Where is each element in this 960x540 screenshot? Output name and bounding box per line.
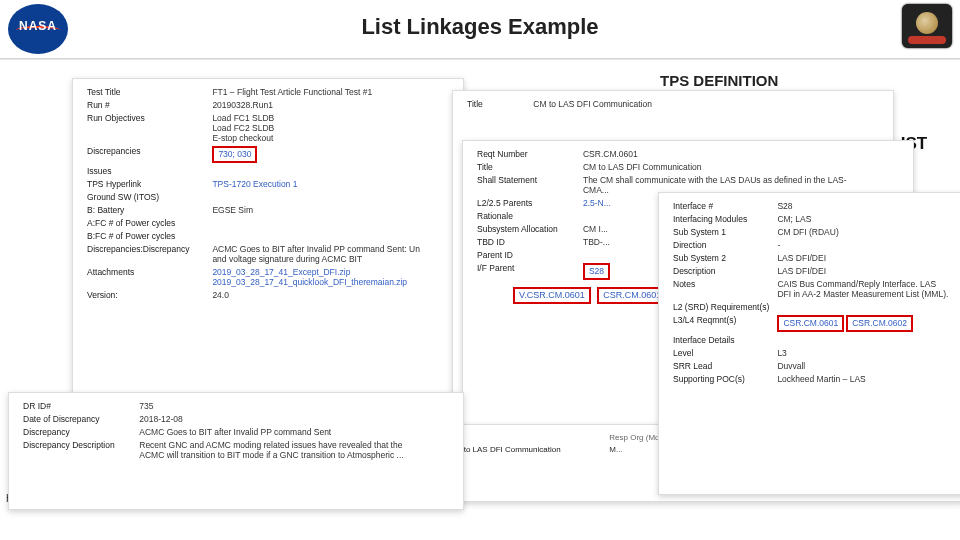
field-label: L3/L4 Reqmnt(s): [669, 313, 773, 333]
field-label: Discrepancy: [19, 425, 135, 438]
field-value: CSR.CM.0601: [579, 147, 903, 160]
field-value: -: [773, 238, 954, 251]
field-label: Description: [669, 264, 773, 277]
field-label: Discrepancies: [83, 144, 208, 164]
panel-discrepancy-list: DR ID#735Date of Discrepancy2018-12-08Di…: [8, 392, 464, 510]
field-value: LAS DFI/DEI: [773, 264, 954, 277]
field-value: ACMC Goes to BIT after Invalid PP comman…: [135, 425, 453, 438]
field-label: Interfacing Modules: [669, 212, 773, 225]
field-label: Version:: [83, 288, 208, 301]
field-value: [773, 333, 954, 346]
discrepancy-link[interactable]: 730; 030: [212, 146, 257, 163]
field-label: Ground SW (ITOS): [83, 190, 208, 203]
if-req-link[interactable]: CSR.CM.0602: [846, 315, 913, 332]
field-label: Interface Details: [669, 333, 773, 346]
field-label: Issues: [83, 164, 208, 177]
field-label: TBD ID: [473, 235, 579, 248]
field-label: Reqt Number: [473, 147, 579, 160]
field-label: Run #: [83, 98, 208, 111]
vdet-header: Title: [445, 431, 605, 443]
field-value: 735: [135, 399, 453, 412]
field-label: Subsystem Allocation: [473, 222, 579, 235]
field-value: 2018-12-08: [135, 412, 453, 425]
if-table: Interface #S28Interfacing ModulesCM; LAS…: [669, 199, 954, 385]
field-value: Load FC1 SLDBLoad FC2 SLDBE-stop checkou…: [208, 111, 453, 144]
field-label: Sub System 2: [669, 251, 773, 264]
vdet-cell: CM to LAS DFI Communication: [445, 443, 605, 455]
field-label: SRR Lead: [669, 359, 773, 372]
dr-table: DR ID#735Date of Discrepancy2018-12-08Di…: [19, 399, 453, 461]
irm-table: Test TitleFT1 – Flight Test Article Func…: [83, 85, 453, 301]
field-value: LAS DFI/DEI: [773, 251, 954, 264]
field-label: Notes: [669, 277, 773, 300]
field-value: CM; LAS: [773, 212, 954, 225]
field-value: CM to LAS DFI Communication: [579, 160, 903, 173]
if-parent-link[interactable]: S28: [583, 263, 610, 280]
field-label: Title: [473, 160, 579, 173]
field-value: 730; 030: [208, 144, 453, 164]
field-label: Run Objectives: [83, 111, 208, 144]
field-label: B:FC # of Power cycles: [83, 229, 208, 242]
field-value: TPS-1720 Execution 1: [208, 177, 453, 190]
page-title: List Linkages Example: [0, 0, 960, 40]
nasa-logo-text: NASA: [8, 19, 68, 33]
if-req-link[interactable]: CSR.CM.0601: [777, 315, 844, 332]
field-label: B: Battery: [83, 203, 208, 216]
field-value: S28: [773, 199, 954, 212]
field-label: Rationale: [473, 209, 579, 222]
field-label: Discrepancies:Discrepancy: [83, 242, 208, 265]
field-label: Date of Discrepancy: [19, 412, 135, 425]
field-label: TPS Hyperlink: [83, 177, 208, 190]
field-value: Duvvall: [773, 359, 954, 372]
field-value: ACMC Goes to BIT after Invalid PP comman…: [208, 242, 453, 265]
field-value: 24.0: [208, 288, 453, 301]
field-value: CAIS Bus Command/Reply Interface. LAS DF…: [773, 277, 954, 300]
field-value: [773, 300, 954, 313]
panel-interface-list: Interface #S28Interfacing ModulesCM; LAS…: [658, 192, 960, 495]
field-label: Discrepancy Description: [19, 438, 135, 461]
panel-integrated-run-matrix: Test TitleFT1 – Flight Test Article Func…: [72, 78, 464, 396]
field-label: DR ID#: [19, 399, 135, 412]
field-value: FT1 – Flight Test Article Functional Tes…: [208, 85, 453, 98]
field-value: EGSE Sim: [208, 203, 453, 216]
nasa-logo: NASA: [8, 4, 68, 54]
field-value: Lockheed Martin – LAS: [773, 372, 954, 385]
field-label: A:FC # of Power cycles: [83, 216, 208, 229]
field-label: Shall Statement: [473, 173, 579, 196]
field-label: Level: [669, 346, 773, 359]
field-value: CSR.CM.0601CSR.CM.0602: [773, 313, 954, 333]
field-label: Test Title: [83, 85, 208, 98]
field-label: Supporting POC(s): [669, 372, 773, 385]
field-value: [208, 216, 453, 229]
field-label: L2/2.5 Parents: [473, 196, 579, 209]
vrm-title-value: CM to LAS DFI Communication: [529, 97, 883, 110]
field-value: CM DFI (RDAU): [773, 225, 954, 238]
field-label: Sub System 1: [669, 225, 773, 238]
vrm-title-label: Title: [463, 97, 529, 110]
header-rule: [0, 58, 960, 60]
field-label: I/F Parent: [473, 261, 579, 281]
orion-badge: [902, 4, 952, 48]
field-value: Recent GNC and ACMC moding related issue…: [135, 438, 453, 461]
field-value: 20190328.Run1: [208, 98, 453, 111]
field-label: Interface #: [669, 199, 773, 212]
field-label: Attachments: [83, 265, 208, 288]
label-tps-definition: TPS DEFINITION: [660, 72, 778, 89]
field-label: L2 (SRD) Requirement(s): [669, 300, 773, 313]
field-value: L3: [773, 346, 954, 359]
field-value: 2019_03_28_17_41_Except_DFI.zip2019_03_2…: [208, 265, 453, 288]
field-value: [208, 190, 453, 203]
field-value: [208, 164, 453, 177]
field-value: [208, 229, 453, 242]
req-footer-box-1[interactable]: V.CSR.CM.0601: [513, 287, 591, 304]
field-label: Direction: [669, 238, 773, 251]
field-label: Parent ID: [473, 248, 579, 261]
